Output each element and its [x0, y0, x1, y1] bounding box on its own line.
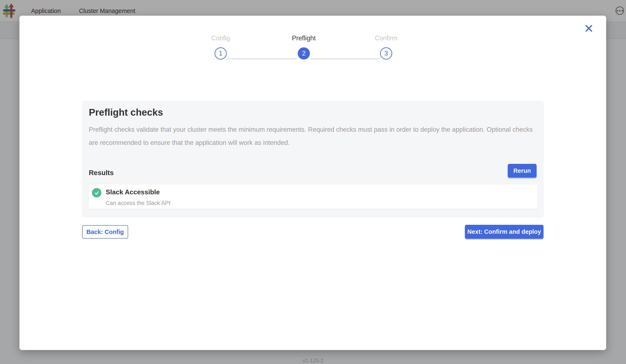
step-confirm-circle: 3 — [380, 47, 392, 60]
check-pass-icon — [92, 188, 101, 198]
results-heading: Results — [89, 169, 114, 177]
step-confirm-label: Confirm — [361, 34, 411, 42]
page-title: Preflight checks — [89, 107, 163, 118]
back-button[interactable]: Back: Config — [82, 225, 128, 238]
next-button[interactable]: Next: Confirm and deploy — [465, 225, 544, 239]
step-preflight-circle: 2 — [298, 47, 310, 60]
close-icon[interactable] — [585, 25, 592, 32]
rerun-button[interactable]: Rerun — [508, 164, 537, 178]
result-detail: Can access the Slack API — [106, 200, 170, 206]
preflight-wizard-modal: Config 1 Preflight 2 Confirm 3 Preflight… — [19, 16, 606, 350]
screen: Application Cluster Management v1.125.2 … — [0, 0, 626, 364]
preflight-description: Preflight checks validate that your clus… — [89, 123, 537, 149]
step-preflight-label: Preflight — [279, 34, 329, 42]
step-preflight: Preflight 2 — [279, 34, 329, 60]
step-config-circle: 1 — [215, 47, 227, 60]
preflight-panel: Preflight checks Preflight checks valida… — [82, 101, 544, 217]
step-confirm: Confirm 3 — [361, 34, 411, 60]
step-config: Config 1 — [196, 34, 246, 60]
step-config-label: Config — [196, 34, 246, 42]
preflight-result-row: Slack Accessible Can access the Slack AP… — [89, 185, 537, 209]
result-title: Slack Accessible — [106, 188, 160, 196]
